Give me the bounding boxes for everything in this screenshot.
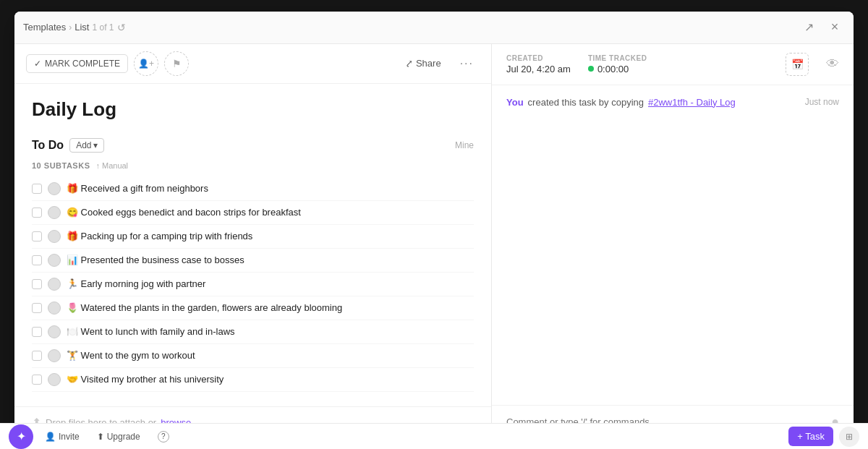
time-number: 0:00:00 [597, 64, 629, 74]
subtask-checkbox[interactable] [32, 327, 42, 337]
subtask-item[interactable]: 🎁 Received a gift from neighbors [32, 177, 474, 201]
flag-icon: ⚑ [172, 58, 182, 69]
subtask-item[interactable]: 🎁 Packing up for a camping trip with fri… [32, 225, 474, 249]
section-header: To Do Add ▾ Mine [32, 138, 474, 153]
share-button[interactable]: ⤤ Share [398, 54, 448, 72]
mark-complete-button[interactable]: ✓ MARK COMPLETE [26, 54, 128, 73]
activity-actor[interactable]: You [506, 97, 524, 108]
subtask-checkbox[interactable] [32, 279, 42, 289]
subtask-checkbox[interactable] [32, 231, 42, 241]
subtask-item[interactable]: 🏃 Early morning jog with partner [32, 273, 474, 296]
flag-button[interactable]: ⚑ [164, 51, 189, 76]
close-button[interactable]: × [825, 17, 845, 38]
eye-button[interactable]: 👁 [826, 56, 839, 72]
section-label: To Do [32, 139, 64, 152]
subtask-avatar [48, 325, 61, 338]
subtask-item[interactable]: 🍽️ Went to lunch with family and in-laws [32, 320, 474, 344]
time-value: 0:00:00 [588, 64, 647, 74]
modal-body: ✓ MARK COMPLETE 👤+ ⚑ ⤤ Share ··· [14, 44, 854, 438]
subtask-checkbox[interactable] [32, 255, 42, 265]
user-plus-icon: 👤+ [138, 59, 154, 69]
mine-label: Mine [455, 140, 474, 150]
subtask-checkbox[interactable] [32, 208, 42, 218]
activity-action: created this task by copying [528, 97, 644, 108]
subtask-avatar [48, 182, 61, 195]
subtask-text: 🏃 Early morning jog with partner [67, 278, 205, 289]
subtask-text: 🤝 Visited my brother at his university [67, 374, 224, 385]
subtask-text: 🌷 Watered the plants in the garden, flow… [67, 302, 342, 313]
time-tracked-label: TIME TRACKED [588, 54, 647, 62]
breadcrumb-templates[interactable]: Templates [23, 22, 66, 33]
subtask-item[interactable]: 😋 Cooked eggs benedict and bacon strips … [32, 201, 474, 225]
subtask-avatar [48, 349, 61, 362]
help-button[interactable]: ? [152, 428, 175, 445]
task-toolbar: ✓ MARK COMPLETE 👤+ ⚑ ⤤ Share ··· [14, 44, 491, 84]
task-title: Daily Log [32, 98, 474, 121]
subtask-text: 🎁 Packing up for a camping trip with fri… [67, 231, 252, 241]
subtask-text: 🎁 Received a gift from neighbors [67, 183, 208, 194]
activity-link[interactable]: #2ww1tfh - Daily Log [648, 97, 736, 108]
breadcrumb: Templates › List 1 of 1 ↺ [23, 22, 799, 33]
breadcrumb-list[interactable]: List [75, 22, 89, 33]
subtask-avatar [48, 230, 61, 243]
breadcrumb-count: 1 of 1 [92, 22, 114, 33]
add-button[interactable]: Add ▾ [69, 138, 103, 153]
sort-label[interactable]: ↑ Manual [95, 161, 128, 170]
subtask-checkbox[interactable] [32, 375, 42, 385]
subtask-avatar [48, 254, 61, 267]
new-task-button[interactable]: + Task [788, 427, 833, 446]
upgrade-button[interactable]: ⬆ Upgrade [91, 429, 146, 445]
subtask-checkbox[interactable] [32, 351, 42, 361]
subtask-item[interactable]: 🤝 Visited my brother at his university [32, 368, 474, 392]
sort-text: Manual [102, 161, 128, 170]
task-modal: Templates › List 1 of 1 ↺ ↗ × ✓ MARK COM… [14, 12, 854, 438]
subtask-text: 😋 Cooked eggs benedict and bacon strips … [67, 207, 301, 218]
add-label: Add [76, 140, 91, 150]
subtask-text: 📊 Presented the business case to bosses [67, 255, 244, 265]
header-actions: ↗ × [799, 17, 845, 38]
invite-label: Invite [59, 432, 80, 442]
subtask-list: 🎁 Received a gift from neighbors😋 Cooked… [32, 177, 474, 392]
subtasks-header: 10 SUBTASKS ↑ Manual [32, 161, 474, 170]
meta-bar: CREATED Jul 20, 4:20 am TIME TRACKED 0:0… [492, 44, 854, 85]
task-panel: ✓ MARK COMPLETE 👤+ ⚑ ⤤ Share ··· [14, 44, 492, 438]
subtask-item[interactable]: 📊 Presented the business case to bosses [32, 249, 474, 273]
created-meta: CREATED Jul 20, 4:20 am [506, 54, 571, 74]
help-icon: ? [158, 431, 169, 442]
grid-icon[interactable]: ⊞ [839, 427, 859, 447]
invite-icon: 👤 [45, 432, 56, 442]
chevron-down-icon: ▾ [93, 140, 98, 150]
check-icon: ✓ [34, 59, 41, 69]
logo-star[interactable]: ✦ [9, 424, 33, 449]
modal-overlay: Templates › List 1 of 1 ↺ ↗ × ✓ MARK COM… [0, 0, 868, 449]
activity-item: You created this task by copying #2ww1tf… [506, 97, 839, 108]
upgrade-label: Upgrade [107, 432, 140, 442]
subtask-avatar [48, 373, 61, 386]
up-arrow-icon: ↑ [95, 161, 100, 170]
bottom-bar: ✦ 👤 Invite ⬆ Upgrade ? + Task ⊞ [0, 423, 868, 449]
more-button[interactable]: ··· [454, 54, 480, 74]
expand-button[interactable]: ↗ [799, 17, 819, 38]
subtask-text: 🍽️ Went to lunch with family and in-laws [67, 326, 235, 337]
share-icon: ⤤ [405, 58, 413, 69]
activity-time: Just now [805, 97, 839, 107]
green-dot [588, 66, 594, 72]
subtask-checkbox[interactable] [32, 184, 42, 194]
upgrade-icon: ⬆ [97, 432, 104, 442]
subtask-item[interactable]: 🌷 Watered the plants in the garden, flow… [32, 296, 474, 320]
time-tracked-meta: TIME TRACKED 0:00:00 [588, 54, 647, 74]
calendar-button[interactable]: 📅 [786, 53, 809, 76]
subtask-avatar [48, 206, 61, 219]
breadcrumb-sep1: › [69, 22, 72, 33]
subtask-item[interactable]: 🏋️ Went to the gym to workout [32, 344, 474, 368]
invite-button[interactable]: 👤 Invite [39, 429, 85, 445]
mark-complete-label: MARK COMPLETE [45, 59, 120, 69]
share-label: Share [416, 58, 441, 69]
subtasks-count: 10 SUBTASKS [32, 161, 90, 170]
modal-header: Templates › List 1 of 1 ↺ ↗ × [14, 12, 854, 44]
refresh-icon[interactable]: ↺ [117, 22, 126, 33]
created-label: CREATED [506, 54, 571, 62]
created-value: Jul 20, 4:20 am [506, 64, 571, 74]
subtask-checkbox[interactable] [32, 303, 42, 313]
assign-user-button[interactable]: 👤+ [134, 51, 158, 76]
